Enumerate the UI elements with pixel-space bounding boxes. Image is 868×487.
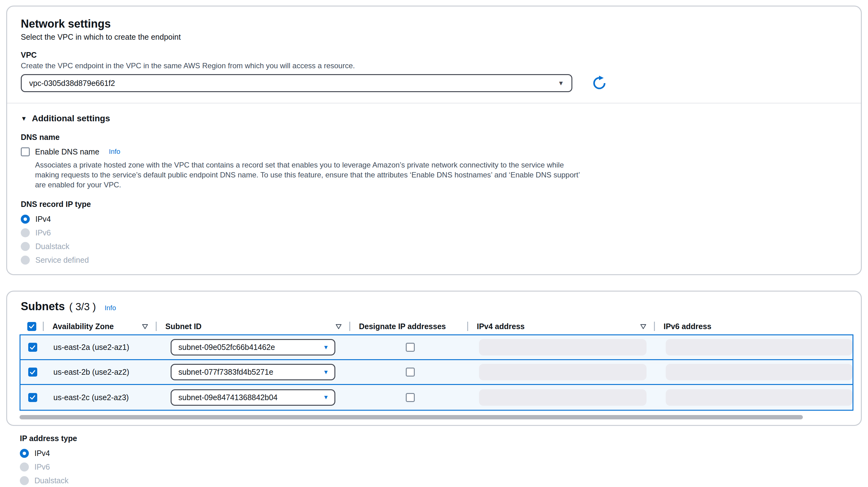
vpc-label: VPC (21, 50, 847, 60)
ip-address-type-section: IP address type IPv4IPv6Dualstack (6, 433, 862, 487)
radio-label-ipv4: IPv4 (35, 215, 51, 224)
column-label: Availability Zone (53, 322, 114, 331)
column-header-ipv4-address[interactable]: IPv4 address (468, 318, 655, 334)
radio-option-ipv4[interactable]: IPv4 (21, 212, 847, 226)
vpc-select-value: vpc-0305d38d879e661f2 (29, 79, 115, 88)
vpc-description: Create the VPC endpoint in the VPC in th… (21, 61, 847, 70)
availability-zone-cell: us-east-2a (use2-az1) (53, 343, 129, 352)
ipv4-address-input (479, 389, 647, 406)
dns-record-ip-type-radio-group: IPv4IPv6DualstackService defined (21, 212, 847, 267)
additional-settings-label: Additional settings (32, 114, 110, 123)
subnet-id-value: subnet-09e84741368842b04 (178, 393, 278, 402)
radio-label-ipv6: IPv6 (34, 462, 50, 471)
panel-subtitle: Select the VPC in which to create the en… (21, 32, 847, 42)
filter-icon[interactable] (640, 323, 647, 330)
dns-description: Associates a private hosted zone with th… (35, 160, 581, 190)
subnets-count: ( 3/3 ) (69, 301, 96, 313)
subnet-id-value: subnet-09e052fc66b41462e (178, 343, 275, 352)
radio-label-ipv6: IPv6 (35, 228, 51, 237)
column-header-availability-zone[interactable]: Availability Zone (44, 318, 157, 334)
subnet-id-select[interactable]: subnet-09e052fc66b41462e▼ (170, 339, 335, 356)
ipv4-address-input (479, 364, 647, 380)
radio-option-dualstack: Dualstack (21, 240, 847, 253)
radio-button-service-defined (21, 255, 30, 265)
radio-button-ipv6 (21, 228, 30, 237)
column-label: Subnet ID (165, 322, 202, 331)
radio-label-ipv4: IPv4 (34, 449, 50, 458)
ip-address-type-label: IP address type (20, 433, 848, 443)
dns-name-label: DNS name (21, 132, 847, 142)
chevron-down-icon: ▼ (558, 80, 564, 87)
filter-icon[interactable] (335, 323, 342, 330)
caret-down-icon: ▼ (21, 115, 27, 122)
radio-option-ipv4[interactable]: IPv4 (20, 446, 848, 460)
radio-button-dualstack (21, 242, 30, 251)
subnets-panel: Subnets ( 3/3 ) Info Availability Zone S… (6, 291, 862, 426)
column-label: Designate IP addresses (359, 322, 446, 331)
chevron-down-icon: ▼ (323, 394, 329, 401)
refresh-icon (592, 76, 607, 91)
radio-button-ipv4[interactable] (20, 449, 29, 458)
column-label: IPv4 address (477, 322, 525, 331)
designate-ip-checkbox[interactable] (406, 393, 415, 402)
chevron-down-icon: ▼ (323, 369, 329, 376)
table-row: us-east-2c (use2-az3)subnet-09e847413688… (21, 385, 852, 410)
ipv6-address-input (666, 339, 852, 356)
horizontal-scrollbar[interactable] (20, 415, 853, 419)
radio-button-ipv6 (20, 462, 29, 471)
network-settings-panel: Network settings Select the VPC in which… (6, 6, 862, 275)
table-row: us-east-2a (use2-az1)subnet-09e052fc66b4… (21, 335, 852, 360)
row-select-checkbox[interactable] (28, 343, 37, 352)
table-header: Availability Zone Subnet ID Designate IP… (20, 318, 854, 334)
table-row: us-east-2b (use2-az2)subnet-077f7383fd4b… (21, 360, 852, 385)
radio-label-service-defined: Service defined (35, 255, 89, 265)
scrollbar-thumb[interactable] (20, 415, 803, 419)
designate-ip-checkbox[interactable] (406, 343, 415, 352)
column-header-ipv6-address: IPv6 address (655, 318, 854, 334)
divider (7, 103, 861, 103)
additional-settings-toggle[interactable]: ▼ Additional settings (21, 113, 847, 124)
filter-icon[interactable] (142, 323, 149, 330)
radio-option-service-defined: Service defined (21, 253, 847, 267)
radio-option-ipv6: IPv6 (21, 226, 847, 240)
ipv6-address-input (666, 389, 852, 406)
chevron-down-icon: ▼ (323, 344, 329, 351)
ipv4-address-input (479, 339, 647, 356)
column-label: IPv6 address (663, 322, 711, 331)
radio-button-ipv4[interactable] (21, 215, 30, 224)
radio-button-dualstack (20, 476, 29, 485)
dns-record-ip-type-label: DNS record IP type (21, 199, 847, 209)
select-all-checkbox[interactable] (27, 322, 36, 331)
ip-address-type-radio-group: IPv4IPv6Dualstack (20, 446, 848, 487)
subnets-title: Subnets (21, 300, 65, 313)
column-header-designate-ip: Designate IP addresses (350, 318, 468, 334)
radio-option-dualstack: Dualstack (20, 474, 848, 487)
dns-info-link[interactable]: Info (109, 148, 120, 156)
designate-ip-checkbox[interactable] (406, 368, 415, 376)
subnet-id-select[interactable]: subnet-09e84741368842b04▼ (170, 389, 335, 406)
radio-label-dualstack: Dualstack (34, 476, 68, 485)
enable-dns-checkbox[interactable] (21, 147, 30, 156)
radio-label-dualstack: Dualstack (35, 242, 69, 251)
subnet-id-value: subnet-077f7383fd4b5271e (178, 368, 273, 376)
enable-dns-label: Enable DNS name (35, 147, 99, 156)
vpc-select[interactable]: vpc-0305d38d879e661f2 ▼ (21, 74, 572, 92)
page-title: Network settings (21, 17, 847, 31)
radio-option-ipv6: IPv6 (20, 460, 848, 474)
row-select-checkbox[interactable] (28, 393, 37, 402)
row-select-checkbox[interactable] (28, 368, 37, 376)
subnet-id-select[interactable]: subnet-077f7383fd4b5271e▼ (170, 364, 335, 380)
subnets-info-link[interactable]: Info (104, 304, 116, 312)
ipv6-address-input (666, 364, 852, 380)
availability-zone-cell: us-east-2c (use2-az3) (53, 393, 129, 402)
refresh-button[interactable] (590, 74, 608, 92)
column-header-subnet-id[interactable]: Subnet ID (157, 318, 350, 334)
availability-zone-cell: us-east-2b (use2-az2) (53, 368, 129, 376)
subnet-rows: us-east-2a (use2-az1)subnet-09e052fc66b4… (20, 334, 854, 411)
